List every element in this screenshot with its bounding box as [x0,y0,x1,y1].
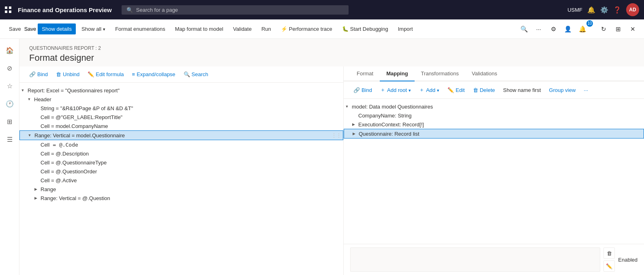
right-panel: FormatMappingTransformationsValidations … [344,66,644,275]
tab-format[interactable]: Format [350,66,380,81]
show-name-first-button[interactable]: Show name first [500,85,544,95]
tree-item-r9[interactable]: Cell = @.QuestionnaireType [19,158,343,167]
tree-item-r12[interactable]: Range [19,185,343,194]
group-view-button[interactable]: Group view [546,85,579,95]
grid-icon[interactable] [5,6,11,13]
delete-sm-btn[interactable]: 🗑 [603,247,615,259]
left-panel-toolbar: 🔗 Bind 🗑 Unbind ✏️ Edit formula ≡ Expand… [19,66,343,83]
tree-item-r6[interactable]: Range: Vertical = model.Questionnaire⋮⋮ [19,130,343,140]
tab-mapping[interactable]: Mapping [380,66,414,81]
more-options-btn[interactable]: ··· [532,23,545,36]
close-btn[interactable]: ✕ [626,23,639,36]
company-label: USMF [567,7,582,13]
tree-item-r8[interactable]: Cell = @.Description [19,149,343,158]
right-toggle-m4[interactable] [351,130,357,137]
refresh-btn[interactable]: ↻ [597,23,610,36]
nav-menu-icon[interactable]: ☰ [2,131,18,147]
add-root-button[interactable]: ＋ Add root [377,85,414,95]
tree-item-r3[interactable]: String = "&R&10Page &P of &N &D &T" [19,104,343,113]
right-toggle-m1[interactable] [344,103,350,110]
tree-item-r1[interactable]: Report: Excel = "Questionnaires report" [19,86,343,95]
info-box [350,247,600,272]
validate-button[interactable]: Validate [229,23,256,34]
save-label: Save [24,26,36,32]
map-format-button[interactable]: Map format to model [171,23,227,34]
bell-icon[interactable]: 🔔 [587,6,595,14]
edit-sm-btn[interactable]: ✏️ [603,260,615,272]
tree-item-r10[interactable]: Cell = @.QuestionOrder [19,167,343,176]
toggle-r12[interactable] [32,186,39,192]
toggle-r2[interactable] [26,96,32,102]
expand-collapse-button[interactable]: ≡ Expand/collapse [129,70,179,79]
svg-rect-3 [9,11,11,13]
toggle-r13[interactable] [32,195,39,201]
add-icon: ＋ [419,86,424,94]
right-toggle-m3[interactable] [350,121,357,128]
tree-item-r11[interactable]: Cell = @.Active [19,176,343,185]
tree-item-r5[interactable]: Cell = model.CompanyName [19,122,343,130]
bind-button[interactable]: 🔗 Bind [26,70,51,79]
expand-btn[interactable]: ⊞ [612,23,625,36]
tree-label-r6: Range: Vertical = model.Questionnaire [33,132,125,139]
toggle-r1[interactable] [19,87,26,94]
right-tree-item-m1[interactable]: model: Data model Questionnaires [344,102,644,111]
search-icon: 🔍 [126,7,133,13]
unbind-button[interactable]: 🗑 Unbind [53,70,83,79]
run-button[interactable]: Run [257,23,275,34]
nav-star-icon[interactable]: ☆ [2,78,18,94]
tree-label-r11: Cell = @.Active [39,177,77,183]
page-content: QUESTIONNAIRES REPORT : 2 Format designe… [19,39,644,275]
delete-button[interactable]: 🗑 Delete [470,85,499,95]
help-icon[interactable]: ❓ [613,6,621,14]
enabled-label: Enabled [618,257,638,263]
persona-btn[interactable]: 👤 [561,23,574,36]
edit-button[interactable]: ✏️ Edit [444,85,468,95]
search-box[interactable]: 🔍 [122,5,349,15]
more-right-btn[interactable]: ··· [580,85,591,95]
toggle-placeholder [32,150,39,157]
nav-filter-icon[interactable]: ⊘ [2,60,18,76]
designer-area: 🔗 Bind 🗑 Unbind ✏️ Edit formula ≡ Expand… [19,66,644,275]
search-left-button[interactable]: 🔍 Search [180,70,212,79]
right-tree-item-m3[interactable]: ExecutionContext: Record[!] [344,120,644,129]
add-label: Add [426,87,435,93]
import-button[interactable]: Import [394,23,417,34]
toggle-placeholder [32,123,39,129]
notification-badge: 10 [586,20,593,27]
unbind-icon: 🗑 [56,71,61,77]
svg-rect-1 [9,6,11,9]
tab-validations[interactable]: Validations [465,66,504,81]
tree-item-r13[interactable]: Range: Vertical = @.Question [19,194,343,203]
add-button[interactable]: ＋ Add [416,85,443,95]
right-bind-button[interactable]: 🔗 Bind [350,85,375,95]
nav-recent-icon[interactable]: 🕐 [2,96,18,112]
right-tree-label-m1: model: Data model Questionnaires [350,104,433,110]
nav-workspaces-icon[interactable]: ⊞ [2,113,18,130]
show-all-chevron [103,26,105,32]
tree-item-r4[interactable]: Cell = @"GER_LABEL:ReportTitle" [19,113,343,122]
right-panel-toolbar: 🔗 Bind ＋ Add root ＋ Add ✏️ [344,81,644,99]
right-tree-item-m4[interactable]: Questionnaire: Record list [344,129,644,139]
format-enumerations-button[interactable]: Format enumerations [111,23,169,34]
user-avatar[interactable]: AD [626,3,639,16]
left-panel: 🔗 Bind 🗑 Unbind ✏️ Edit formula ≡ Expand… [19,66,344,275]
right-tree-item-m2[interactable]: CompanyName: String [344,111,644,120]
save-button[interactable]: Save [5,23,25,34]
settings-icon[interactable]: ⚙️ [600,6,608,14]
show-details-button[interactable]: Show details [38,23,76,34]
right-tree-label-m4: Questionnaire: Record list [357,131,419,137]
edit-formula-button[interactable]: ✏️ Edit formula [84,70,127,79]
search-input[interactable] [136,7,344,13]
search-toolbar-btn[interactable]: 🔍 [518,23,531,36]
start-debugging-button[interactable]: 🐛 Start Debugging [338,23,392,34]
tree-item-r2[interactable]: Header [19,95,343,104]
tree-label-r4: Cell = @"GER_LABEL:ReportTitle" [39,114,122,120]
nav-home-icon[interactable]: 🏠 [2,42,18,58]
toggle-r6[interactable] [26,132,33,139]
show-all-button[interactable]: Show all [77,23,109,34]
performance-trace-button[interactable]: ⚡ Performance trace [277,23,336,34]
toggle-placeholder [32,168,39,175]
tree-item-r7[interactable]: Cell = @.Code [19,140,343,149]
tab-transformations[interactable]: Transformations [415,66,465,81]
settings-toolbar-btn[interactable]: ⚙ [547,23,560,36]
